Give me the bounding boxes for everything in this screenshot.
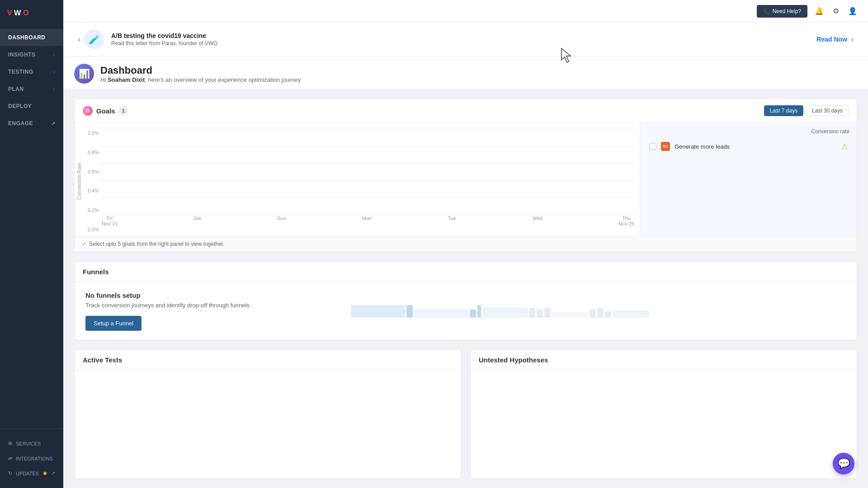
dashboard-subtitle: Hi Soaham Dixit, here's an overview of y… <box>100 76 301 83</box>
goals-label: Goals <box>96 107 115 115</box>
funnels-section: Funnels No funnels setup Track conversio… <box>74 261 857 340</box>
grid-icon: ⊞ <box>8 441 12 446</box>
dashboard-header: 📊 Dashboard Hi Soaham Dixit, here's an o… <box>63 56 868 89</box>
chevron-right-icon: › <box>53 70 55 75</box>
warning-icon: ⚠ <box>841 142 848 151</box>
goal-badge-g1: G1 <box>661 142 670 151</box>
dashboard-title-area: Dashboard Hi Soaham Dixit, here's an ove… <box>100 65 301 83</box>
funnel-bar-4 <box>552 312 588 318</box>
read-now-button[interactable]: Read Now <box>816 36 847 43</box>
funnel-bar-dot-9 <box>605 311 611 318</box>
sidebar-item-testing[interactable]: TESTING › <box>0 63 63 80</box>
funnel-bar-2 <box>414 310 468 318</box>
chevron-right-icon: › <box>53 87 55 92</box>
sidebar-item-services[interactable]: ⊞ SERVICES <box>0 436 63 451</box>
svg-text:O: O <box>23 9 29 17</box>
setup-funnel-button[interactable]: Setup a Funnel <box>85 316 142 331</box>
funnel-bars-group <box>351 305 649 318</box>
conversion-rate-header: Conversion rate <box>647 128 849 135</box>
date-filter-buttons: Last 7 days Last 30 days <box>764 105 849 116</box>
svg-text:W: W <box>14 9 21 17</box>
y-label-2: 0.8% <box>88 150 99 155</box>
bell-plus-icon: 🔔 <box>815 7 824 15</box>
sidebar-bottom: ⊞ SERVICES ⇌ INTEGRATIONS ↻ UPDATES ↗ <box>0 428 63 488</box>
notification-subtitle: Read this letter from Paras, founder of … <box>111 40 816 47</box>
funnels-left: No funnels setup Track conversion journe… <box>85 291 333 331</box>
sidebar-item-insights[interactable]: INSIGHTS › <box>0 46 63 63</box>
sidebar-item-engage[interactable]: ENGAGE ↗ <box>0 115 63 132</box>
notification-icon: 🧪 <box>84 29 104 49</box>
goals-icon: G <box>83 106 93 116</box>
last-7-days-button[interactable]: Last 7 days <box>764 105 803 116</box>
notification-next-button[interactable]: › <box>847 33 857 46</box>
funnel-bar-dot-7 <box>590 310 596 318</box>
topbar: 📞 Need Help? 🔔 ⚙ 👤 <box>63 0 868 23</box>
active-tests-label: Active Tests <box>83 356 122 364</box>
funnels-visual <box>351 305 846 318</box>
updates-badge <box>43 472 47 475</box>
y-label-4: 0.4% <box>88 188 99 193</box>
add-notification-button[interactable]: 🔔 <box>813 5 826 18</box>
chevron-right-icon: › <box>53 52 55 57</box>
bottom-row: Active Tests Untested Hypotheses <box>74 349 857 479</box>
untested-hypo-title: Untested Hypotheses <box>479 356 548 364</box>
sidebar: V W O DASHBOARD INSIGHTS › TESTING › PLA… <box>0 0 63 488</box>
content-area: G Goals 1 Last 7 days Last 30 days Conve… <box>63 89 868 488</box>
flask-icon: 🧪 <box>89 34 100 45</box>
sidebar-label-services: SERVICES <box>16 441 41 446</box>
need-help-button[interactable]: 📞 Need Help? <box>757 5 807 18</box>
gear-icon: ⚙ <box>833 7 839 15</box>
x-label-sat: Sat <box>193 216 201 226</box>
x-label-tue: Tue <box>448 216 457 226</box>
notification-bar: ‹ 🧪 A/B testing the covid19 vaccine Read… <box>63 23 868 56</box>
user-button[interactable]: 👤 <box>846 5 859 18</box>
refresh-icon: ↻ <box>8 470 12 476</box>
dashboard-icon: 📊 <box>74 64 94 84</box>
last-30-days-button[interactable]: Last 30 days <box>806 105 849 116</box>
page-title: Dashboard <box>100 65 301 76</box>
funnel-bar-dot-6 <box>544 308 551 318</box>
logo-area: V W O <box>0 0 63 25</box>
x-label-sun: Sun <box>277 216 286 226</box>
phone-icon: 📞 <box>763 8 770 14</box>
settings-button[interactable]: ⚙ <box>831 5 841 18</box>
untested-hypo-header: Untested Hypotheses <box>471 350 857 371</box>
sidebar-label-dashboard: DASHBOARD <box>8 34 46 41</box>
goals-right-panel: Conversion rate G1 Generate more leads ⚠ <box>640 123 857 236</box>
greeting-prefix: Hi <box>100 76 108 83</box>
link-icon: ⇌ <box>8 455 12 461</box>
active-tests-title: Active Tests <box>83 356 122 364</box>
y-label-5: 0.2% <box>88 207 99 213</box>
notification-content: 🧪 A/B testing the covid19 vaccine Read t… <box>84 29 816 49</box>
x-label-wed: Wed <box>532 216 542 226</box>
notification-prev-button[interactable]: ‹ <box>74 33 84 46</box>
need-help-label: Need Help? <box>773 8 801 14</box>
sidebar-item-dashboard[interactable]: DASHBOARD <box>0 29 63 46</box>
sidebar-item-integrations[interactable]: ⇌ INTEGRATIONS <box>0 451 63 466</box>
chat-icon: 💬 <box>838 458 850 469</box>
sidebar-item-deploy[interactable]: DEPLOY <box>0 98 63 115</box>
chat-fab-button[interactable]: 💬 <box>833 453 854 474</box>
chart-svg-wrapper: FriNov 19 Sat Sun Mon Tue Wed ThuNov 25 <box>102 130 634 232</box>
goals-header: G Goals 1 Last 7 days Last 30 days <box>75 99 857 123</box>
sidebar-label-integrations: INTEGRATIONS <box>16 456 53 461</box>
x-label-fri: FriNov 19 <box>102 216 118 226</box>
active-tests-header: Active Tests <box>75 350 461 371</box>
sidebar-label-updates: UPDATES <box>16 471 39 476</box>
funnel-bar-dot-2 <box>470 310 476 318</box>
goal-checkbox-1[interactable] <box>649 143 656 150</box>
goal-name-1: Generate more leads <box>675 143 837 150</box>
untested-hypo-label: Untested Hypotheses <box>479 356 548 364</box>
funnels-title: Funnels <box>83 268 109 276</box>
sidebar-item-updates[interactable]: ↻ UPDATES ↗ <box>0 466 63 481</box>
external-link-icon: ↗ <box>51 121 56 127</box>
check-icon: ✓ <box>82 241 86 247</box>
goals-title: G Goals 1 <box>83 106 128 116</box>
user-icon: 👤 <box>848 7 857 15</box>
funnels-empty-sub: Track conversion journeys and identify d… <box>85 302 333 309</box>
funnels-empty-title: No funnels setup <box>85 291 333 299</box>
sidebar-nav: DASHBOARD INSIGHTS › TESTING › PLAN › DE… <box>0 25 63 428</box>
user-name: Soaham Dixit <box>108 76 145 83</box>
funnel-bar-dot-8 <box>597 308 604 318</box>
sidebar-item-plan[interactable]: PLAN › <box>0 80 63 98</box>
